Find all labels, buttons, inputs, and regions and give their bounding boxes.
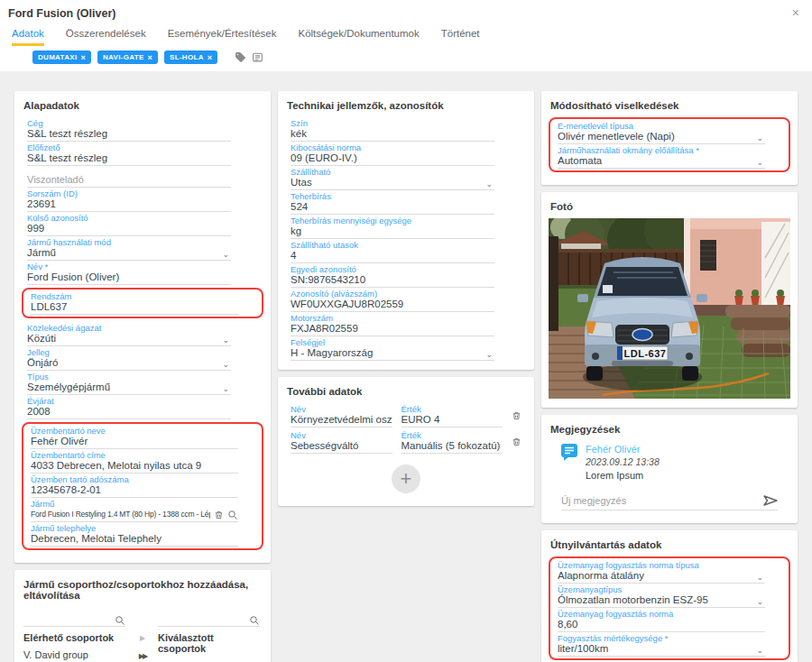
search-icon[interactable] (227, 510, 238, 520)
comment-item: Fehér Olivér 2023.09.12 13:38 Lorem Ipsu… (561, 444, 790, 481)
field-value[interactable]: kg (291, 225, 494, 237)
field-label: Szín (291, 119, 494, 128)
field-value[interactable]: 12345678-2-01 (31, 484, 238, 496)
field-value[interactable]: H - Magyarország (291, 347, 494, 359)
move-all-right-icon[interactable]: ▶▶ (139, 652, 146, 660)
chevron-down-icon[interactable]: ⌄ (756, 647, 763, 654)
chevron-down-icon[interactable]: ⌄ (756, 574, 763, 581)
field-value[interactable]: Környezetvédelmi osztály (291, 414, 392, 426)
trash-icon[interactable] (214, 510, 224, 520)
field-label: Jármű (31, 500, 238, 509)
new-comment-placeholder: Új megjegyzés (561, 495, 763, 506)
chevron-down-icon[interactable]: ⌄ (222, 385, 229, 392)
field-label: Érték (401, 431, 503, 440)
remove-icon[interactable]: × (80, 54, 86, 61)
field-value[interactable]: 524 (291, 201, 494, 213)
field-value[interactable]: S&L teszt részleg (27, 152, 231, 164)
move-right-icon[interactable]: ▶ (140, 634, 145, 642)
remove-icon[interactable]: × (148, 54, 153, 61)
field-value[interactable]: LDL637 (31, 301, 238, 313)
chevron-down-icon[interactable]: ⌄ (222, 336, 229, 344)
field-label: E-menetlevél típusa (558, 122, 765, 131)
selected-groups-header: Kiválasztott csoportok (158, 632, 262, 654)
tag-chip[interactable]: DUMATAXI× (32, 51, 91, 64)
form-field: Azonosító (alvázszám)WF0UXXGAJU8R02559 (291, 288, 494, 312)
field-value[interactable]: SN:9876543210 (291, 274, 494, 286)
field-value[interactable]: Utas (291, 177, 494, 188)
new-comment-input[interactable]: Új megjegyzés (561, 495, 778, 510)
field-value[interactable]: Fehér Olivér (31, 436, 238, 447)
field-label: Közlekedési ágazat (27, 324, 231, 333)
available-groups-search[interactable] (23, 611, 125, 627)
tag-icon[interactable] (235, 51, 246, 63)
field-placeholder[interactable]: Viszonteladó (27, 173, 231, 186)
field-value[interactable]: 23691 (27, 198, 231, 210)
license-plate-text: LDL-637 (624, 348, 667, 359)
tag-chip[interactable]: SL-HOLA× (164, 51, 217, 64)
tab-esemenyek[interactable]: Események/Értesítések (168, 28, 277, 46)
field-value[interactable]: Alapnorma átalány (558, 570, 765, 582)
list-item[interactable]: Fordok (156, 656, 263, 662)
add-row-button[interactable]: + (392, 464, 420, 493)
field-label: Járműhasználati okmány előállítása * (558, 146, 765, 155)
card-title: Útnyilvántartás adatok (550, 539, 790, 550)
field-value[interactable]: 8,60 (558, 619, 765, 630)
field-label: Motorszám (291, 314, 494, 323)
field-label: Üzembentartó címe (31, 451, 238, 460)
field-value[interactable]: Sebességváltó (291, 440, 392, 452)
field-value[interactable]: Manuális (5 fokozatú) sebességv (401, 440, 503, 452)
delete-icon[interactable] (512, 435, 521, 454)
field-value[interactable]: kék (291, 128, 494, 140)
field-value[interactable]: Olivér menetlevele (Napi) (558, 131, 765, 143)
chevron-down-icon[interactable]: ⌄ (485, 351, 493, 358)
basic-data-card: Alapadatok CégS&L teszt részlegElőfizető… (14, 91, 271, 563)
field-value[interactable]: Ford Fusion (Oliver) (27, 271, 231, 283)
field-value[interactable]: Közúti (27, 333, 231, 345)
field-value[interactable]: Személygépjármű (27, 382, 231, 393)
form-field: SzállíthatóUtas⌄ (291, 166, 494, 190)
list-item[interactable]: V. David group (22, 645, 129, 662)
chevron-down-icon[interactable]: ⌄ (756, 134, 763, 142)
tab-osszerendelesek[interactable]: Összerendelések (66, 28, 146, 46)
field-value[interactable]: 4 (291, 250, 494, 262)
selected-groups-search[interactable] (158, 611, 260, 627)
close-icon[interactable]: × (792, 7, 799, 18)
card-title: Megjegyzések (550, 424, 790, 435)
form-field: RendszámLDL637 (31, 290, 238, 315)
tag-chip-label: DUMATAXI (38, 53, 77, 61)
field-value[interactable]: Automata (558, 155, 765, 167)
tag-chip-row: DUMATAXI×NAVI-GATE×SL-HOLA× (0, 46, 812, 71)
annotation-box-plate: RendszámLDL637 (22, 288, 263, 318)
tab-adatok[interactable]: Adatok (12, 28, 44, 46)
field-value[interactable]: 09 (EURO-IV.) (291, 152, 494, 164)
tag-chip[interactable]: NAVI-GATE× (97, 51, 158, 64)
field-value[interactable]: S&L teszt részleg (27, 128, 231, 140)
tab-koltsegek[interactable]: Költségek/Dokumentumok (298, 28, 419, 46)
chevron-down-icon[interactable]: ⌄ (222, 361, 229, 368)
tag-chip-label: NAVI-GATE (103, 53, 144, 61)
field-value[interactable]: Önjáró (27, 357, 231, 369)
logbook-card: Útnyilvántartás adatok Üzemanyag fogyasz… (541, 530, 798, 662)
field-value[interactable]: Debrecen, Melotai Telephely (31, 533, 238, 545)
field-value[interactable]: liter/100km (558, 643, 765, 655)
tag-chip-label: SL-HOLA (170, 53, 204, 61)
chevron-down-icon[interactable]: ⌄ (756, 598, 763, 605)
chevron-down-icon[interactable]: ⌄ (756, 159, 763, 166)
field-value[interactable]: 2008 (27, 406, 231, 418)
field-value[interactable]: WF0UXXGAJU8R02559 (291, 299, 494, 310)
groups-card: Jármű csoporthoz/csoportokhoz hozzáadása… (14, 570, 271, 662)
field-value[interactable]: 999 (27, 223, 231, 234)
field-value[interactable]: 4033 Debrecen, Melotai nyilas utca 9 (31, 460, 238, 472)
field-value[interactable]: Ford Fusion I Restyling 1.4 MT (80 Hp) -… (31, 509, 210, 520)
field-value[interactable]: Ólmozatlan motorbenzin ESZ-95 (558, 594, 765, 606)
send-icon[interactable] (763, 495, 778, 506)
field-value[interactable]: EURO 4 (401, 414, 503, 426)
remove-icon[interactable]: × (208, 54, 213, 61)
tag-list-icon[interactable] (252, 51, 263, 63)
chevron-down-icon[interactable]: ⌄ (485, 180, 493, 188)
chevron-down-icon[interactable]: ⌄ (222, 251, 229, 258)
delete-icon[interactable] (512, 409, 521, 428)
field-value[interactable]: Jármű (27, 247, 231, 259)
field-value[interactable]: FXJA8R02559 (291, 323, 494, 335)
tab-tortenet[interactable]: Történet (441, 28, 480, 46)
